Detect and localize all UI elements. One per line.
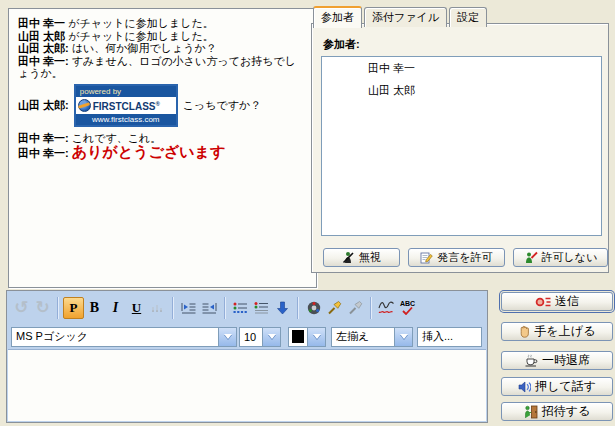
tab-strip: 参加者 添付ファイル 設定	[313, 6, 489, 27]
tab-participants[interactable]: 参加者	[313, 6, 362, 28]
deny-button-label: 許可しない	[542, 250, 598, 265]
participant-name: 田中 幸一:	[18, 55, 69, 67]
deny-person-icon	[524, 251, 538, 264]
insert-value: 挿入...	[418, 329, 481, 344]
logo-brand: FIRSTCLASS	[93, 101, 156, 112]
push-to-talk-button[interactable]: 押して話す	[501, 377, 613, 396]
message-text: はい、何か御用でしょうか？	[72, 42, 217, 54]
dropdown-arrow-icon[interactable]	[262, 328, 280, 346]
away-button[interactable]: 一時退席	[501, 351, 613, 370]
plain-style-button[interactable]: P	[63, 297, 84, 318]
participant-name: 山田 太郎:	[18, 42, 69, 54]
toolbar-divider	[297, 297, 299, 319]
invite-door-icon	[524, 405, 538, 419]
eyedropper-disabled-icon[interactable]	[345, 297, 366, 318]
bold-button[interactable]: B	[84, 297, 105, 318]
send-icon	[535, 296, 551, 308]
toolbar-divider	[172, 297, 174, 319]
message-text-emphasis: ありがとうございます	[72, 143, 226, 160]
indent-increase-icon[interactable]	[178, 297, 199, 318]
undo-icon[interactable]: ↺	[11, 297, 32, 318]
raised-hand-icon	[519, 325, 531, 338]
registered-mark: ®	[156, 101, 160, 107]
pencil-note-icon	[420, 251, 433, 264]
eyedropper-icon[interactable]	[324, 297, 345, 318]
side-panel: 参加者 添付ファイル 設定 参加者: 田中 幸一 山田 太郎 無視 発言を許可 …	[311, 6, 609, 272]
move-down-icon[interactable]	[272, 297, 293, 318]
underline-button[interactable]: U	[126, 297, 147, 318]
italic-button[interactable]: I	[105, 297, 126, 318]
globe-icon	[78, 99, 91, 112]
color-wheel-icon[interactable]	[303, 297, 324, 318]
moderation-button-row: 無視 発言を許可 許可しない	[323, 248, 608, 267]
font-size-select[interactable]: 10	[239, 327, 281, 347]
line-spacing-tight-icon[interactable]	[230, 297, 251, 318]
insert-select[interactable]: 挿入...	[417, 327, 482, 347]
chat-transcript[interactable]: 田中 幸一 がチャットに参加しました。 山田 太郎 がチャットに参加しました。 …	[8, 8, 317, 288]
participant-name: 田中 幸一:	[18, 132, 69, 144]
line-spacing-loose-icon[interactable]	[251, 297, 272, 318]
participants-label: 参加者:	[323, 37, 360, 52]
participant-name: 田中 幸一:	[18, 147, 69, 159]
font-size-value: 10	[240, 331, 262, 343]
send-button-label: 送信	[555, 293, 579, 310]
color-swatch	[292, 330, 304, 343]
raise-hand-button[interactable]: 手を上げる	[501, 322, 613, 341]
font-family-select[interactable]: MS Pゴシック	[11, 327, 237, 347]
message-text: これです、これ。	[72, 132, 162, 144]
chat-message-with-image: 山田 太郎: powered by FIRSTCLASS® www.firstc…	[18, 84, 307, 127]
participant-name: 山田 太郎	[18, 30, 65, 42]
fixed-size-icon[interactable]	[147, 297, 168, 318]
chat-message: 田中 幸一 がチャットに参加しました。	[18, 17, 307, 29]
indent-decrease-icon[interactable]	[199, 297, 220, 318]
allow-speak-button-label: 発言を許可	[437, 250, 492, 265]
message-text: がチャットに参加しました。	[68, 17, 214, 29]
participant-list-item[interactable]: 山田 太郎	[322, 79, 601, 101]
tab-attachments[interactable]: 添付ファイル	[364, 7, 447, 27]
font-toolbar: MS Pゴシック 10 左揃え 挿入...	[7, 324, 487, 349]
message-input[interactable]	[8, 349, 486, 421]
speaker-icon	[518, 381, 531, 393]
message-text: こっちですか？	[183, 99, 262, 111]
toolbar-divider	[370, 297, 372, 319]
ignore-button[interactable]: 無視	[323, 248, 400, 267]
signature-icon[interactable]	[376, 297, 397, 318]
raise-hand-button-label: 手を上げる	[535, 323, 596, 340]
send-button[interactable]: 送信	[501, 292, 613, 311]
participant-name: 田中 幸一	[18, 17, 65, 29]
dropdown-arrow-icon[interactable]	[394, 328, 412, 346]
tab-settings[interactable]: 設定	[449, 7, 487, 27]
font-color-select[interactable]	[288, 327, 326, 347]
dropdown-arrow-icon[interactable]	[307, 328, 325, 346]
chat-message: 田中 幸一: すみません、ロゴの小さい方ってお持ちでしょうか。	[18, 55, 307, 79]
chat-message-emphasis: 田中 幸一: ありがとうございます	[18, 144, 307, 160]
participant-list[interactable]: 田中 幸一 山田 太郎	[321, 56, 602, 236]
spell-check-icon[interactable]: ABC	[397, 297, 418, 318]
chat-window: { "colors": { "background": "#ece9d8", "…	[0, 0, 615, 426]
push-to-talk-button-label: 押して話す	[535, 378, 596, 395]
coffee-cup-icon	[524, 354, 538, 367]
redo-icon[interactable]: ↻	[32, 297, 53, 318]
logo-url: www.firstclass.com	[76, 114, 176, 125]
font-family-value: MS Pゴシック	[12, 329, 218, 344]
alignment-value: 左揃え	[332, 329, 394, 344]
logo-powered-by: powered by	[76, 86, 176, 97]
deny-button[interactable]: 許可しない	[513, 248, 608, 267]
chat-message: 山田 太郎 がチャットに参加しました。	[18, 30, 307, 42]
allow-speak-button[interactable]: 発言を許可	[408, 248, 505, 267]
toolbar-divider	[224, 297, 226, 319]
invite-button-label: 招待する	[542, 403, 591, 420]
invite-button[interactable]: 招待する	[501, 402, 613, 421]
dropdown-arrow-icon[interactable]	[218, 328, 236, 346]
away-button-label: 一時退席	[542, 352, 590, 369]
ignore-person-icon	[342, 251, 355, 264]
chat-message: 山田 太郎: はい、何か御用でしょうか？	[18, 42, 307, 54]
message-editor-panel: ↺ ↻ P B I U	[6, 290, 488, 423]
participant-list-item[interactable]: 田中 幸一	[322, 57, 601, 79]
alignment-select[interactable]: 左揃え	[331, 327, 413, 347]
ignore-button-label: 無視	[359, 250, 381, 265]
firstclass-logo: powered by FIRSTCLASS® www.firstclass.co…	[74, 84, 178, 127]
toolbar-divider	[57, 297, 59, 319]
red-check-icon	[402, 307, 413, 315]
participants-tab-panel: 参加者: 田中 幸一 山田 太郎 無視 発言を許可 許可しない	[311, 23, 609, 273]
